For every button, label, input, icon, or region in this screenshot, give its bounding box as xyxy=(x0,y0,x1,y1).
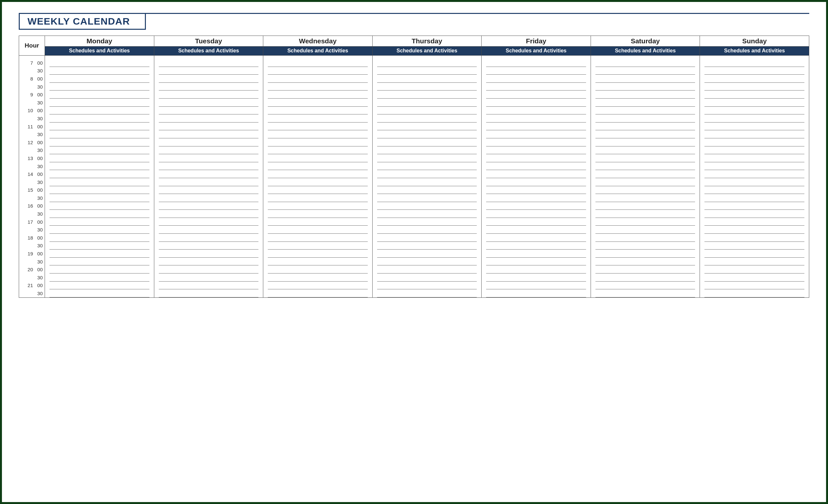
schedule-slot[interactable] xyxy=(486,218,586,226)
day-col-sun[interactable] xyxy=(700,56,809,298)
schedule-slot[interactable] xyxy=(704,258,804,266)
schedule-slot[interactable] xyxy=(704,242,804,250)
schedule-slot[interactable] xyxy=(377,138,477,146)
schedule-slot[interactable] xyxy=(377,194,477,202)
schedule-slot[interactable] xyxy=(595,289,695,297)
schedule-slot[interactable] xyxy=(268,282,368,290)
schedule-slot[interactable] xyxy=(49,178,150,186)
schedule-slot[interactable] xyxy=(268,178,368,186)
schedule-slot[interactable] xyxy=(595,83,695,91)
schedule-slot[interactable] xyxy=(49,162,150,170)
schedule-slot[interactable] xyxy=(49,170,150,178)
schedule-slot[interactable] xyxy=(159,202,259,210)
schedule-slot[interactable] xyxy=(49,249,150,258)
schedule-slot[interactable] xyxy=(704,178,804,186)
schedule-slot[interactable] xyxy=(595,99,695,107)
schedule-slot[interactable] xyxy=(486,67,586,75)
schedule-slot[interactable] xyxy=(377,210,477,218)
schedule-slot[interactable] xyxy=(595,226,695,234)
schedule-slot[interactable] xyxy=(486,170,586,178)
schedule-slot[interactable] xyxy=(486,154,586,162)
schedule-slot[interactable] xyxy=(595,75,695,83)
schedule-slot[interactable] xyxy=(486,258,586,266)
schedule-slot[interactable] xyxy=(268,170,368,178)
schedule-slot[interactable] xyxy=(704,202,804,210)
schedule-slot[interactable] xyxy=(486,202,586,210)
schedule-slot[interactable] xyxy=(486,194,586,202)
schedule-slot[interactable] xyxy=(595,274,695,282)
schedule-slot[interactable] xyxy=(159,123,259,131)
schedule-slot[interactable] xyxy=(595,258,695,266)
schedule-slot[interactable] xyxy=(268,265,368,274)
schedule-slot[interactable] xyxy=(49,154,150,162)
schedule-slot[interactable] xyxy=(268,249,368,258)
schedule-slot[interactable] xyxy=(159,265,259,274)
schedule-slot[interactable] xyxy=(377,107,477,115)
schedule-slot[interactable] xyxy=(377,265,477,274)
schedule-slot[interactable] xyxy=(704,218,804,226)
day-col-sat[interactable] xyxy=(591,56,700,298)
schedule-slot[interactable] xyxy=(268,162,368,170)
schedule-slot[interactable] xyxy=(704,75,804,83)
schedule-slot[interactable] xyxy=(486,114,586,123)
schedule-slot[interactable] xyxy=(159,91,259,99)
schedule-slot[interactable] xyxy=(159,289,259,297)
schedule-slot[interactable] xyxy=(704,265,804,274)
schedule-slot[interactable] xyxy=(377,75,477,83)
schedule-slot[interactable] xyxy=(704,226,804,234)
schedule-slot[interactable] xyxy=(595,186,695,194)
schedule-slot[interactable] xyxy=(486,210,586,218)
schedule-slot[interactable] xyxy=(49,67,150,75)
day-col-fri[interactable] xyxy=(482,56,591,298)
schedule-slot[interactable] xyxy=(595,130,695,138)
schedule-slot[interactable] xyxy=(268,91,368,99)
schedule-slot[interactable] xyxy=(268,154,368,162)
schedule-slot[interactable] xyxy=(49,265,150,274)
schedule-slot[interactable] xyxy=(704,107,804,115)
schedule-slot[interactable] xyxy=(377,114,477,123)
schedule-slot[interactable] xyxy=(49,99,150,107)
schedule-slot[interactable] xyxy=(704,234,804,242)
schedule-slot[interactable] xyxy=(704,83,804,91)
schedule-slot[interactable] xyxy=(268,218,368,226)
schedule-slot[interactable] xyxy=(268,146,368,154)
schedule-slot[interactable] xyxy=(704,170,804,178)
schedule-slot[interactable] xyxy=(704,123,804,131)
schedule-slot[interactable] xyxy=(159,170,259,178)
schedule-slot[interactable] xyxy=(159,186,259,194)
schedule-slot[interactable] xyxy=(268,226,368,234)
schedule-slot[interactable] xyxy=(49,289,150,297)
schedule-slot[interactable] xyxy=(486,146,586,154)
schedule-slot[interactable] xyxy=(49,282,150,290)
schedule-slot[interactable] xyxy=(159,258,259,266)
schedule-slot[interactable] xyxy=(49,202,150,210)
schedule-slot[interactable] xyxy=(159,130,259,138)
schedule-slot[interactable] xyxy=(268,123,368,131)
schedule-slot[interactable] xyxy=(49,234,150,242)
schedule-slot[interactable] xyxy=(704,194,804,202)
schedule-slot[interactable] xyxy=(49,83,150,91)
schedule-slot[interactable] xyxy=(595,249,695,258)
schedule-slot[interactable] xyxy=(268,75,368,83)
schedule-slot[interactable] xyxy=(704,59,804,67)
schedule-slot[interactable] xyxy=(49,114,150,123)
schedule-slot[interactable] xyxy=(704,99,804,107)
schedule-slot[interactable] xyxy=(704,91,804,99)
schedule-slot[interactable] xyxy=(49,138,150,146)
schedule-slot[interactable] xyxy=(486,265,586,274)
schedule-slot[interactable] xyxy=(595,218,695,226)
schedule-slot[interactable] xyxy=(486,274,586,282)
schedule-slot[interactable] xyxy=(159,107,259,115)
schedule-slot[interactable] xyxy=(49,274,150,282)
schedule-slot[interactable] xyxy=(268,114,368,123)
schedule-slot[interactable] xyxy=(595,282,695,290)
schedule-slot[interactable] xyxy=(268,59,368,67)
schedule-slot[interactable] xyxy=(49,258,150,266)
schedule-slot[interactable] xyxy=(377,274,477,282)
schedule-slot[interactable] xyxy=(595,170,695,178)
schedule-slot[interactable] xyxy=(486,99,586,107)
schedule-slot[interactable] xyxy=(268,107,368,115)
schedule-slot[interactable] xyxy=(595,146,695,154)
schedule-slot[interactable] xyxy=(49,186,150,194)
schedule-slot[interactable] xyxy=(159,162,259,170)
